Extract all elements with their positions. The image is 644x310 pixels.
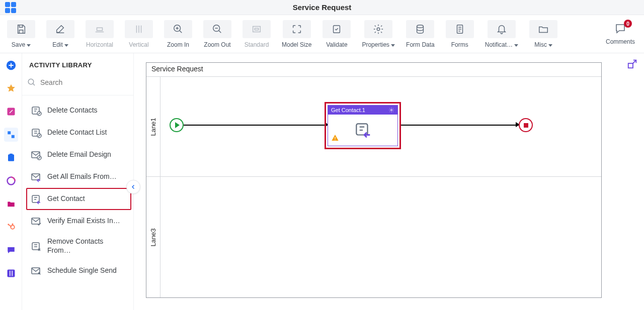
- rail-edit[interactable]: [4, 105, 18, 119]
- zoom-in-button[interactable]: Zoom In: [164, 20, 192, 48]
- rail-grid[interactable]: [4, 266, 18, 280]
- align-horizontal-button[interactable]: Horizontal: [86, 20, 114, 48]
- plus-circle-icon: [6, 60, 17, 71]
- properties-button[interactable]: Properties: [362, 20, 395, 48]
- rail-add[interactable]: [4, 58, 18, 72]
- email-delete-icon: [30, 149, 42, 161]
- align-horizontal-icon: [94, 24, 105, 35]
- email-get-icon: [30, 171, 42, 183]
- edit-button[interactable]: Edit: [46, 20, 74, 48]
- svg-point-5: [377, 28, 380, 31]
- gear-icon[interactable]: [388, 107, 394, 113]
- chat-fill-icon: [7, 246, 16, 255]
- expand-icon: [627, 58, 638, 69]
- rail-folder[interactable]: [4, 197, 18, 211]
- end-event-node[interactable]: [519, 118, 533, 132]
- edit-icon: [55, 24, 66, 35]
- lane-1[interactable]: Lane1 Get Contact.1: [146, 77, 601, 177]
- page-title: Service Request: [0, 3, 644, 12]
- folder-icon: [538, 24, 549, 35]
- fit-standard-icon: [251, 24, 262, 35]
- chevron-down-icon: [514, 41, 518, 48]
- search-icon: [27, 78, 36, 87]
- lane-3[interactable]: Lane3: [146, 177, 601, 297]
- rail-process[interactable]: [4, 128, 18, 142]
- sidebar-collapse-button[interactable]: [126, 180, 140, 194]
- chevron-down-icon: [27, 41, 31, 48]
- chevron-down-icon: [64, 41, 68, 48]
- task-get-contact-node[interactable]: Get Contact.1: [328, 105, 398, 146]
- rail-clipboard[interactable]: [4, 151, 18, 165]
- expand-canvas-button[interactable]: [627, 58, 638, 71]
- left-rail: [0, 53, 22, 310]
- activity-delete-contact-list[interactable]: Delete Contact List: [26, 122, 131, 144]
- chevron-down-icon: [391, 41, 395, 48]
- zoom-out-icon: [212, 24, 223, 35]
- app-launcher-icon[interactable]: [5, 2, 16, 13]
- zoom-in-icon: [173, 24, 184, 35]
- validate-button[interactable]: Validate: [323, 20, 351, 48]
- comments-badge: 0: [624, 20, 632, 28]
- clipboard-icon: [7, 153, 16, 162]
- rail-analytics[interactable]: [4, 174, 18, 188]
- activity-delete-contacts[interactable]: Delete Contacts: [26, 99, 131, 122]
- activity-remove-contacts[interactable]: Remove Contacts From…: [26, 232, 131, 260]
- pencil-square-icon: [7, 107, 16, 116]
- form-data-button[interactable]: Form Data: [406, 20, 435, 48]
- analytics-icon: [6, 176, 16, 186]
- sequence-flow-1[interactable]: [184, 125, 328, 126]
- forms-button[interactable]: Forms: [446, 20, 474, 48]
- svg-rect-18: [7, 270, 15, 277]
- comments-button[interactable]: 0 Comments: [606, 23, 635, 45]
- model-size-button[interactable]: Model Size: [282, 20, 311, 48]
- activity-list: Delete Contacts Delete Contact List Dele…: [22, 95, 133, 286]
- pool-title: Service Request: [146, 63, 601, 77]
- process-pool[interactable]: Service Request Lane1 Get Contact.1: [146, 62, 602, 298]
- svg-point-19: [28, 79, 34, 84]
- activity-library-sidebar: ACTIVITY LIBRARY Delete Contacts Delete …: [22, 53, 134, 310]
- folder-fill-icon: [7, 199, 16, 209]
- grid-icon: [7, 269, 16, 278]
- zoom-standard-button[interactable]: Standard: [243, 20, 271, 48]
- chevron-down-icon: [548, 41, 552, 48]
- toolbar: Save Edit Horizontal Vertical Zoom In Zo…: [0, 15, 644, 53]
- svg-rect-29: [32, 243, 39, 250]
- zoom-out-button[interactable]: Zoom Out: [203, 20, 231, 48]
- hubspot-icon: [7, 223, 16, 232]
- contact-get-icon: [30, 193, 42, 205]
- contact-list-delete-icon: [30, 127, 42, 139]
- start-event-node[interactable]: [170, 118, 184, 132]
- app-header: Service Request: [0, 0, 644, 15]
- sequence-flow-2[interactable]: [401, 125, 519, 126]
- align-vertical-icon: [133, 24, 144, 35]
- contact-remove-icon: [30, 240, 42, 252]
- star-icon: [6, 83, 16, 93]
- svg-rect-0: [97, 28, 103, 31]
- contact-delete-icon: [30, 105, 42, 117]
- database-icon: [415, 24, 426, 35]
- rail-favorites[interactable]: [4, 81, 18, 95]
- canvas-area[interactable]: Service Request Lane1 Get Contact.1: [134, 53, 644, 310]
- search-input[interactable]: [40, 78, 128, 86]
- rail-chat[interactable]: [4, 243, 18, 257]
- warning-icon: [331, 134, 339, 144]
- sidebar-heading: ACTIVITY LIBRARY: [22, 53, 133, 74]
- activity-get-contact[interactable]: Get Contact: [26, 188, 131, 210]
- svg-rect-12: [8, 154, 14, 161]
- activity-delete-email-design[interactable]: Delete Email Design: [26, 144, 131, 166]
- contact-get-large-icon: [353, 121, 372, 140]
- task-title: Get Contact.1: [331, 107, 365, 113]
- activity-get-all-emails[interactable]: Get All Emails From…: [26, 166, 131, 188]
- activity-verify-email[interactable]: Verify Email Exists In…: [26, 210, 131, 232]
- bell-icon: [496, 24, 507, 35]
- svg-point-34: [335, 139, 336, 140]
- save-button[interactable]: Save: [7, 20, 35, 48]
- notifications-button[interactable]: Notificat…: [485, 20, 518, 48]
- email-verify-icon: [30, 215, 42, 227]
- svg-rect-11: [11, 135, 14, 138]
- lane-1-label: Lane1: [146, 77, 160, 176]
- align-vertical-button[interactable]: Vertical: [125, 20, 153, 48]
- activity-schedule-send[interactable]: Schedule Single Send: [26, 260, 131, 282]
- rail-hubspot[interactable]: [4, 220, 18, 234]
- misc-button[interactable]: Misc: [529, 20, 557, 48]
